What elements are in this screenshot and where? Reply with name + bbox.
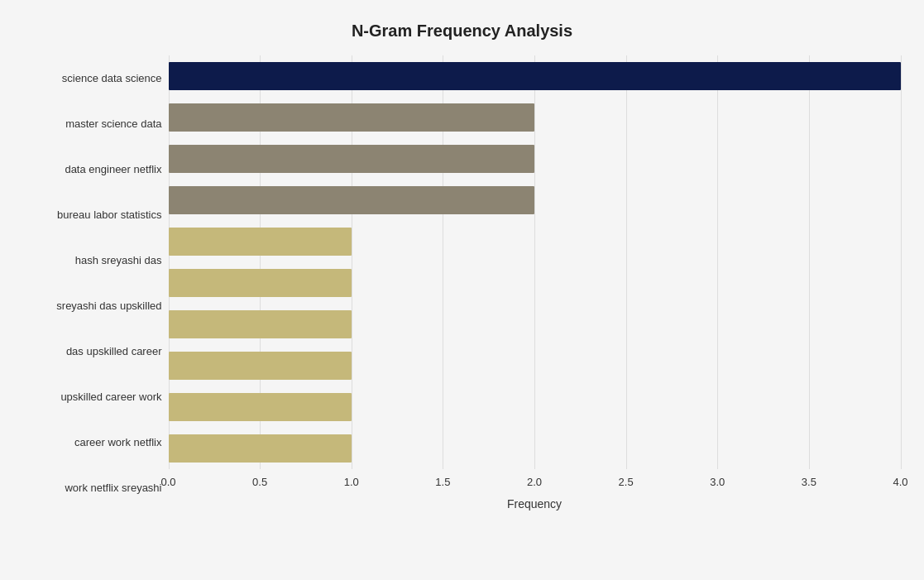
bar-row [169, 55, 901, 97]
bar [169, 434, 352, 463]
bar [169, 186, 535, 214]
x-axis: 0.00.51.01.52.02.53.03.54.0 Frequency [169, 469, 901, 510]
bar [169, 62, 901, 90]
x-tick-label: 2.0 [527, 476, 542, 488]
bar [169, 228, 352, 256]
chart-area: science data sciencemaster science datad… [24, 55, 901, 510]
y-axis: science data sciencemaster science datad… [24, 55, 169, 510]
bar-row [169, 304, 901, 345]
bar-row [169, 262, 901, 304]
bar-row [169, 221, 901, 262]
y-label: das upskilled career [66, 329, 162, 372]
bar-row [169, 97, 901, 138]
y-label: data engineer netflix [65, 147, 161, 190]
bar-row [169, 386, 901, 428]
bar [169, 352, 352, 380]
x-axis-label: Frequency [169, 497, 901, 510]
y-label: hash sreyashi das [75, 238, 162, 281]
y-label: sreyashi das upskilled [56, 284, 161, 327]
x-tick-label: 2.5 [619, 476, 634, 488]
y-label: career work netflix [74, 420, 161, 463]
y-label: upskilled career work [60, 375, 161, 418]
chart-title: N-Gram Frequency Analysis [24, 22, 901, 41]
y-label: bureau labor statistics [57, 193, 161, 236]
grid-line [901, 55, 902, 469]
chart-container: N-Gram Frequency Analysis science data s… [7, 5, 917, 576]
bar-row [169, 428, 901, 469]
x-tick-label: 0.0 [160, 476, 175, 488]
bar [169, 310, 352, 338]
x-tick-label: 4.0 [893, 476, 907, 488]
bars-rows [169, 55, 901, 469]
x-tick-label: 0.5 [252, 476, 267, 488]
bars-area [169, 55, 901, 469]
bar [169, 269, 352, 297]
x-tick-label: 1.0 [344, 476, 359, 488]
x-ticks-container: 0.00.51.01.52.02.53.03.54.0 [169, 469, 901, 494]
bars-and-xaxis: 0.00.51.01.52.02.53.03.54.0 Frequency [169, 55, 901, 510]
y-label: master science data [65, 102, 161, 145]
bar [169, 393, 352, 421]
bar-row [169, 180, 901, 221]
x-tick-label: 3.0 [710, 476, 725, 488]
x-tick-label: 3.5 [802, 476, 816, 488]
bar [169, 145, 535, 173]
y-label: work netflix sreyashi [65, 466, 161, 509]
bar-row [169, 345, 901, 386]
bar [169, 103, 535, 132]
y-label: science data science [62, 56, 162, 99]
bar-row [169, 138, 901, 180]
x-tick-label: 1.5 [435, 476, 450, 488]
